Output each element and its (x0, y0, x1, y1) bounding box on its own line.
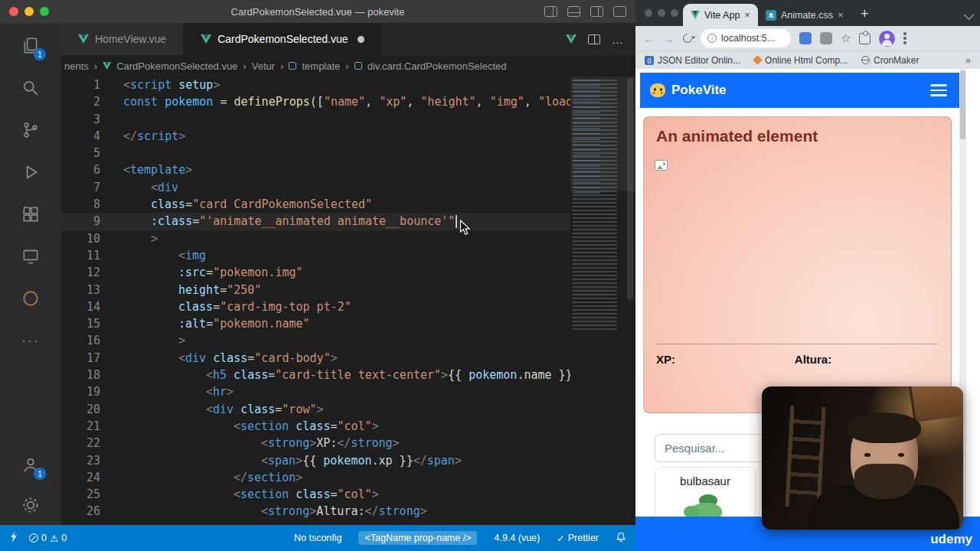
browser-tab-animate-css[interactable]: a Animate.css × (758, 4, 851, 26)
code-line[interactable]: 11<img (61, 247, 570, 264)
code-line[interactable]: 7<div (61, 179, 570, 196)
code-line[interactable]: 8class="card CardPokemonSelected" (61, 196, 570, 213)
code-line[interactable]: 6<template> (61, 161, 570, 178)
new-tab-button[interactable]: + (861, 5, 869, 22)
code-line[interactable]: 24</section> (61, 469, 570, 486)
run-debug-icon[interactable] (20, 161, 41, 183)
extension-icon[interactable] (820, 32, 832, 44)
code-line[interactable]: 23<span>{{ pokemon.xp }}</span> (61, 452, 570, 469)
code-line[interactable]: 12:src="pokemon.img" (61, 264, 570, 281)
code-line[interactable]: 18<h5 class="card-title text-center">{{ … (61, 367, 570, 383)
maximize-window-button[interactable] (671, 9, 678, 17)
bookmark-online-html[interactable]: Online Html Comp... (754, 55, 848, 66)
explorer-icon[interactable]: 1 (20, 35, 41, 57)
breadcrumb-item[interactable]: Vetur (252, 60, 275, 72)
editor-more-icon[interactable]: … (612, 33, 623, 46)
source-control-icon[interactable] (20, 119, 41, 141)
tab-search-chevron-icon[interactable] (964, 10, 974, 20)
tab-homeview[interactable]: HomeView.vue (61, 23, 184, 55)
vue-file-icon (78, 34, 89, 44)
code-line[interactable]: 9:class="'animate__animated animate__bou… (61, 213, 570, 230)
code-line[interactable]: 16> (61, 332, 570, 349)
extension-icon[interactable] (799, 32, 812, 44)
code-line[interactable]: 14class="card-img-top pt-2" (61, 298, 570, 315)
editor-scrollbar[interactable] (627, 78, 633, 300)
close-tab-icon[interactable]: × (838, 10, 844, 20)
code-line[interactable]: 22<strong>XP:</strong> (61, 435, 570, 452)
breadcrumb-item[interactable]: CardPokemonSelected.vue (116, 60, 237, 72)
tsconfig-status[interactable]: No tsconfig (294, 533, 342, 543)
split-editor-icon[interactable] (588, 34, 600, 44)
browser-menu-icon[interactable] (903, 32, 906, 44)
line-number: 24 (61, 469, 100, 486)
code-line[interactable]: 1<script setup> (61, 77, 570, 93)
bookmark-json-editor[interactable]: {} JSON Editor Onlin... (645, 55, 740, 66)
toggle-secondary-sidebar-icon[interactable] (590, 6, 603, 17)
code-line[interactable]: 21<section class="col"> (61, 418, 570, 435)
forward-button[interactable]: → (663, 32, 675, 45)
browser-tab-vite-app[interactable]: Vite App × (683, 4, 758, 26)
close-tab-icon[interactable]: × (744, 10, 750, 20)
additional-views-icon[interactable]: ··· (20, 330, 41, 351)
minimize-window-button[interactable] (658, 9, 665, 17)
status-right: No tsconfig <TagName prop-name /> 4.9.4 … (294, 531, 626, 545)
search-icon[interactable] (20, 77, 41, 99)
line-number: 3 (61, 111, 100, 128)
code-line[interactable]: 19<hr> (61, 383, 570, 400)
code-line[interactable]: 3 (61, 111, 570, 128)
pokemon-card: An animated element XP: Altura: (643, 116, 952, 413)
navbar-toggler-button[interactable] (927, 80, 950, 101)
pokemon-name: bulbasaur (680, 474, 730, 487)
remote-indicator-icon[interactable] (9, 531, 18, 545)
vscode-titlebar[interactable]: CardPokemonSelected.vue — pokevite (0, 0, 635, 23)
address-bar[interactable]: i localhost:5... (701, 29, 791, 47)
minimap[interactable] (573, 77, 623, 505)
tab-cardpokemonselected[interactable]: CardPokemonSelected.vue (184, 23, 381, 55)
code-line[interactable]: 13height="250" (61, 282, 570, 298)
code-line[interactable]: 10> (61, 230, 570, 247)
code-line[interactable]: 17<div class="card-body"> (61, 350, 570, 367)
extension-circle-icon[interactable] (20, 288, 41, 309)
extensions-puzzle-icon[interactable] (859, 33, 871, 44)
line-number: 4 (61, 128, 100, 145)
close-window-button[interactable] (9, 7, 18, 16)
breadcrumb-item[interactable]: div.card.CardPokemonSelected (368, 60, 507, 72)
reload-button[interactable] (681, 32, 694, 45)
code-line[interactable]: 26<strong>Altura:</strong> (61, 503, 570, 520)
bookmarks-overflow-icon[interactable]: » (965, 54, 971, 66)
unsaved-dot-icon[interactable] (358, 36, 364, 43)
prettier-status[interactable]: ✓ Prettier (557, 533, 599, 544)
code-line[interactable]: 2const pokemon = defineProps(["name", "x… (61, 93, 570, 110)
json-favicon: {} (645, 56, 654, 65)
site-info-icon[interactable]: i (707, 34, 717, 43)
code-line[interactable]: 15:alt="pokemon.name" (61, 315, 570, 332)
bookmark-cronmaker[interactable]: CronMaker (861, 55, 919, 66)
code-line[interactable]: 25<section class="col"> (61, 486, 570, 503)
notifications-bell-icon[interactable] (616, 531, 626, 545)
accounts-icon[interactable]: 1 (20, 455, 41, 476)
vue-preview-icon[interactable] (566, 34, 577, 44)
problems-indicator[interactable]: 0 ⚠ 0 (29, 533, 67, 544)
remote-explorer-icon[interactable] (20, 246, 41, 267)
brand[interactable]: PokeVite (650, 83, 727, 98)
back-button[interactable]: ← (643, 32, 655, 45)
browser-tab-strip: Vite App × a Animate.css × + (635, 0, 980, 26)
settings-gear-icon[interactable] (20, 494, 41, 516)
maximize-window-button[interactable] (40, 7, 49, 16)
code-line[interactable]: 20<div class="row"> (61, 401, 570, 418)
code-line[interactable]: 5 (61, 145, 570, 161)
extensions-icon[interactable] (20, 204, 41, 225)
customize-layout-icon[interactable] (613, 6, 626, 17)
vetur-version[interactable]: 4.9.4 (vue) (494, 533, 540, 543)
breadcrumb-item[interactable]: template (302, 60, 340, 72)
minimize-window-button[interactable] (24, 7, 34, 16)
toggle-panel-icon[interactable] (567, 6, 580, 17)
vetur-tag-hint[interactable]: <TagName prop-name /> (358, 531, 477, 545)
bookmark-star-icon[interactable]: ☆ (841, 31, 851, 45)
code-editor[interactable]: 1<script setup>2const pokemon = definePr… (61, 77, 570, 525)
breadcrumb-item[interactable]: nents (64, 60, 89, 72)
profile-avatar[interactable] (879, 31, 895, 47)
code-line[interactable]: 4</script> (61, 128, 570, 145)
close-window-button[interactable] (645, 9, 652, 17)
toggle-sidebar-icon[interactable] (544, 6, 557, 17)
